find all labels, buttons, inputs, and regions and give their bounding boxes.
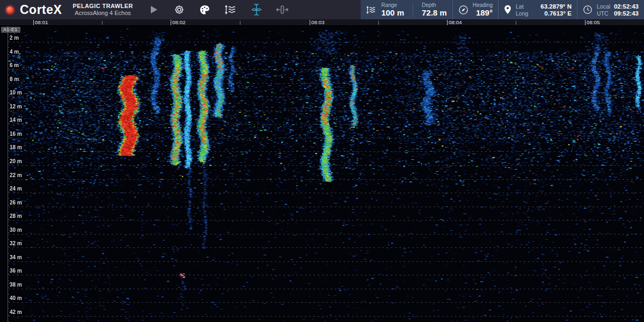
time-tick-label: 08:03 <box>311 19 325 25</box>
depth-label: 8 m <box>10 76 19 82</box>
spread-adjust-button[interactable] <box>276 3 289 16</box>
depth-label: 12 m <box>10 103 22 109</box>
beam-mode-button[interactable] <box>250 3 263 16</box>
toolbar: CorteX PELAGIC TRAWLER AcrossAlong 4 Ech… <box>0 0 644 19</box>
time-tick-minor <box>102 21 103 25</box>
range-depth-panel: Range 100 m Depth 72.8 m <box>361 0 452 19</box>
time-tick-major <box>33 20 34 25</box>
utc-time-value: 09:52:43 <box>614 10 639 17</box>
depth-label: 28 m <box>10 213 22 219</box>
compass-icon <box>458 5 469 15</box>
depth-label: 20 m <box>10 158 22 164</box>
time-tick-minor <box>516 21 516 25</box>
depth-label: 26 m <box>10 199 22 205</box>
time-tick-major <box>585 20 586 25</box>
range-waves-icon <box>224 4 237 15</box>
logo-record-icon <box>5 5 15 15</box>
echogram-canvas[interactable] <box>0 26 644 322</box>
status-panels: Range 100 m Depth 72.8 m Heading 18 <box>361 0 644 19</box>
time-tick-minor <box>240 21 240 25</box>
range-label: Range <box>381 2 404 9</box>
depth-label: 22 m <box>10 172 22 178</box>
time-tick-label: 08:02 <box>172 19 186 25</box>
long-value: 0.7613° E <box>533 10 572 17</box>
depth-label: 6 m <box>10 62 19 68</box>
lat-value: 63.2879° N <box>533 3 572 10</box>
position-panel: Lat 63.2879° N Long 0.7613° E <box>498 0 577 19</box>
vessel-info: PELAGIC TRAWLER AcrossAlong 4 Echos <box>72 3 133 17</box>
depth-label: 4 m <box>10 48 19 54</box>
depth-label: 18 m <box>10 144 22 150</box>
vessel-mode: AcrossAlong 4 Echos <box>72 10 133 17</box>
depth-label: 16 m <box>10 130 22 136</box>
depth-label: 14 m <box>10 117 22 123</box>
time-ruler[interactable]: 08:0108:0208:0308:0408:05 <box>0 19 644 26</box>
play-button[interactable] <box>147 3 160 16</box>
clock-icon <box>583 5 592 14</box>
heading-panel: Heading 189° <box>452 0 498 19</box>
settings-button[interactable] <box>173 3 186 16</box>
play-icon <box>149 5 158 14</box>
range-waves-small-icon <box>366 5 377 14</box>
heading-label: Heading <box>473 2 493 9</box>
local-time-value: 02:52:43 <box>614 3 639 10</box>
palette-button[interactable] <box>199 3 211 16</box>
long-label: Long <box>516 10 533 17</box>
depth-label: 40 m <box>10 295 22 301</box>
heading-value: 189° <box>473 8 493 17</box>
depth-label: 42 m <box>10 309 22 315</box>
depth-value: 72.8 m <box>422 8 447 17</box>
time-tick-major <box>447 20 448 25</box>
beam-across-icon <box>251 3 262 16</box>
echogram-display[interactable]: A1-E1 2 m4 m6 m8 m10 m12 m14 m16 m18 m20… <box>0 26 644 322</box>
app-logo-text: CorteX <box>20 3 62 17</box>
depth-label: 32 m <box>10 240 22 246</box>
heading-readout: Heading 189° <box>473 2 493 18</box>
time-tick-major <box>171 20 171 25</box>
vessel-name: PELAGIC TRAWLER <box>72 3 133 10</box>
cortex-app: CorteX PELAGIC TRAWLER AcrossAlong 4 Ech… <box>0 0 644 322</box>
depth-label: 34 m <box>10 254 22 260</box>
depth-label: Depth <box>422 2 447 9</box>
utc-time-label: UTC <box>597 10 614 17</box>
range-value: 100 m <box>381 8 404 17</box>
range-scale-button[interactable] <box>224 3 237 16</box>
position-readout: Lat 63.2879° N Long 0.7613° E <box>516 3 572 17</box>
panel-divider <box>413 3 413 17</box>
time-tick-label: 08:01 <box>35 19 48 25</box>
time-tick-major <box>310 20 310 25</box>
time-tick-label: 08:04 <box>449 19 462 25</box>
depth-label: 24 m <box>10 186 22 192</box>
time-tick-minor <box>378 21 379 25</box>
depth-label: 30 m <box>10 226 22 232</box>
local-time-label: Local <box>597 3 614 10</box>
clock-panel: Local 02:52:43 UTC 09:52:43 <box>577 0 644 19</box>
lat-label: Lat <box>516 3 533 10</box>
depth-readout: Depth 72.8 m <box>422 2 447 18</box>
depth-label: 38 m <box>10 281 22 287</box>
spread-adjust-icon <box>276 4 289 15</box>
depth-label: 10 m <box>10 90 22 96</box>
brand: CorteX <box>0 3 67 17</box>
depth-label: 36 m <box>10 268 22 274</box>
range-readout: Range 100 m <box>381 2 404 18</box>
depth-label: 2 m <box>10 35 19 41</box>
clock-readout: Local 02:52:43 UTC 09:52:43 <box>597 3 639 17</box>
time-tick-label: 08:05 <box>587 19 600 25</box>
gear-icon <box>174 4 185 15</box>
channel-badge: A1-E1 <box>1 27 20 33</box>
palette-icon <box>199 4 210 16</box>
location-pin-icon <box>504 5 511 14</box>
toolbar-tools <box>147 3 289 16</box>
